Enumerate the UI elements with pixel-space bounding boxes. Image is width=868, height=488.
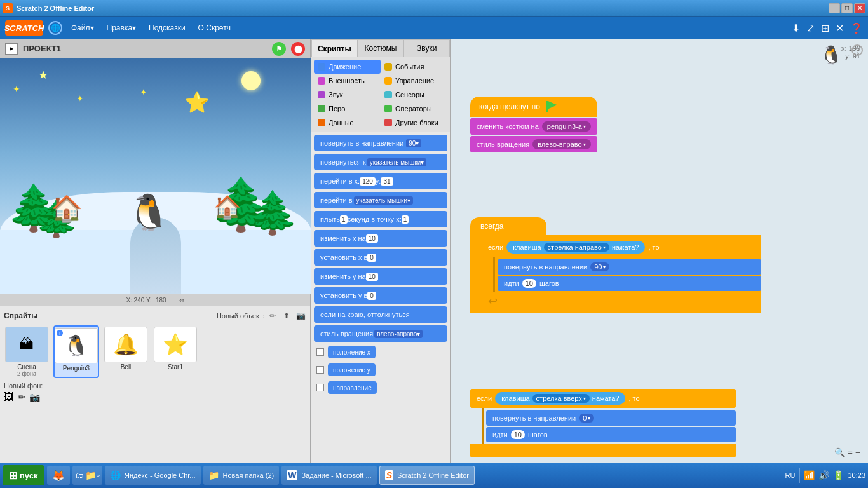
upload-sprite-button[interactable]: ⬆ [281,310,292,322]
key-right-dropdown[interactable]: стрелка направо ▾ [544,243,609,252]
turn-0-arrow[interactable]: ▾ [588,416,590,421]
script-1[interactable]: когда щелкнут по сменить костюм на pengu… [470,97,597,152]
move-10-block-1[interactable]: идти 10 шагов [498,276,761,291]
help-button[interactable]: ? [851,44,863,56]
move-val-1[interactable]: 10 [522,279,536,288]
turn-90-block[interactable]: повернуть в направлении 90 ▾ [498,259,761,274]
cat-events[interactable]: События [381,60,447,74]
titlebar-controls[interactable]: − □ ✕ [829,3,865,13]
cat-operators[interactable]: Операторы [381,102,447,116]
forever-block[interactable]: всегда [470,217,546,235]
zoom-magnify-button[interactable]: 🔍 [834,447,845,458]
edit-menu[interactable]: Правка▾ [103,22,140,34]
taskbar-folder[interactable]: 📁 Новая папка (2) [203,466,280,485]
costume-dropdown-arrow[interactable]: ▾ [583,124,586,130]
block-glide[interactable]: плыть 1 секунд в точку х: 1 [314,211,447,227]
start-button[interactable]: ⊞ пуск [3,465,44,485]
block-direction[interactable]: направление [328,381,377,394]
tips-menu[interactable]: Подсказки [145,22,189,34]
tab-costumes[interactable]: Костюмы [358,39,404,57]
when-flag-clicked-block[interactable]: когда щелкнут по [470,97,597,117]
costume-dropdown[interactable]: penguin3-a ▾ [542,121,591,132]
paint-sprite-button[interactable]: ✏ [267,310,278,322]
backdrop-camera-button[interactable]: 📷 [29,392,40,402]
cat-sound[interactable]: Звук [314,88,381,102]
block-change-x[interactable]: изменить х на 10 [314,230,447,247]
zoom-out-button[interactable]: − [855,447,860,458]
camera-sprite-button[interactable]: 📷 [295,310,306,322]
block-change-y[interactable]: изменить у на 10 [314,268,447,285]
stage-canvas[interactable]: ★ 🌲 🌲 🌲 🌲 🏠 🏠 🐧 ⭐ ✦ ✦ ✦ [0,58,311,294]
block-point-towards[interactable]: повернуться к указатель мышки▾ [314,154,447,170]
block-x-position-var[interactable]: положение х [314,344,447,360]
file-menu[interactable]: Файл▾ [67,22,98,34]
minimize-button[interactable]: − [829,3,840,13]
key-up-condition[interactable]: клавиша стрелка вверх ▾ нажата? [495,392,625,405]
tab-scripts[interactable]: Скрипты [311,39,358,57]
block-if-on-edge[interactable]: если на краю, оттолкнуться [314,306,447,323]
turn-90-arrow[interactable]: ▾ [603,264,606,270]
turn-0-dropdown[interactable]: 0 ▾ [579,414,594,423]
taskbar-firefox[interactable]: 🦊 [47,466,70,485]
scripts-area[interactable]: x: 199 y: 91 🐧 ? когда щелкнут по сменит… [451,39,868,463]
backdrop-edit-button[interactable]: ✏ [18,392,25,402]
block-turn-direction[interactable]: повернуть в направлении 90▾ [314,135,447,151]
turn-90-dropdown[interactable]: 90 ▾ [590,262,609,271]
key-up-arrow[interactable]: ▾ [583,396,586,402]
about-menu[interactable]: О Скретч [194,22,234,34]
block-go-to-xy[interactable]: перейти в х: 120 у: 31 [314,173,447,189]
sprite-item-star[interactable]: ⭐ Star1 [153,325,198,378]
sprite-item-penguin[interactable]: 🐧 i Penguin3 [53,325,99,378]
y-position-check[interactable] [316,366,324,374]
cat-data[interactable]: Данные [314,116,381,130]
cat-more-blocks[interactable]: Другие блоки [381,116,447,130]
cat-motion[interactable]: Движение [314,60,381,74]
rotation-dropdown-arrow[interactable]: ▾ [583,142,586,147]
download-icon[interactable]: ⬇ [792,22,800,34]
x-position-check[interactable] [316,348,324,356]
help-icon[interactable]: ❓ [850,22,863,34]
zoom-reset-button[interactable]: = [848,447,853,458]
direction-check[interactable] [316,384,324,391]
block-y-position[interactable]: положение у [328,363,376,376]
taskbar-chrome[interactable]: 🌐 Яндекс - Google Chr... [105,466,201,485]
sprite-item-bell[interactable]: 🔔 Bell [103,325,149,378]
rotation-dropdown[interactable]: влево-вправо ▾ [532,139,591,149]
sprite-item-scene[interactable]: 🏔 Сцена 2 фона [4,325,50,378]
key-right-arrow[interactable]: ▾ [603,245,606,250]
cat-looks[interactable]: Внешность [314,74,381,88]
cat-pen[interactable]: Перо [314,102,381,116]
if-up-arrow-block[interactable]: если клавиша стрелка вверх ▾ нажата? , т… [470,389,736,408]
block-rotation-style[interactable]: стиль вращения влево-вправо▾ [314,325,447,342]
block-set-x[interactable]: установить х в 0 [314,249,447,266]
cat-sensing[interactable]: Сенсоры [381,88,447,102]
block-y-position-var[interactable]: положение у [314,362,447,377]
expand-icon[interactable]: ⇔ [179,297,184,304]
resize-icon[interactable]: ⊞ [821,22,829,34]
tab-sounds[interactable]: Звуки [403,39,450,57]
block-set-y[interactable]: установить у в 0 [314,287,447,304]
block-x-position[interactable]: положение х [328,346,376,358]
if-right-arrow-block[interactable]: если клавиша стрелка направо ▾ нажата? ,… [482,238,761,257]
close-button[interactable]: ✕ [854,3,865,13]
turn-0-block[interactable]: повернуть в направлении 0 ▾ [486,410,736,426]
fullscreen-icon[interactable]: ⤢ [806,22,815,34]
close2-icon[interactable]: ✕ [836,22,844,34]
maximize-button[interactable]: □ [841,3,853,13]
block-direction-var[interactable]: направление [314,380,447,395]
key-up-dropdown[interactable]: стрелка вверх ▾ [532,394,590,403]
backdrop-paint-button[interactable]: 🖼 [4,391,14,403]
script-3[interactable]: если клавиша стрелка вверх ▾ нажата? , т… [470,389,736,458]
language-globe[interactable]: 🌐 [48,21,62,35]
block-go-to[interactable]: перейти в указатель мышки▾ [314,192,447,208]
cat-control[interactable]: Управление [381,74,447,88]
stop-button[interactable]: ⬤ [291,42,305,56]
taskbar-word[interactable]: W Задание - Microsoft ... [281,466,376,485]
taskbar-scratch[interactable]: S Scratch 2 Offline Editor [379,466,475,485]
taskbar-icons[interactable]: 🗂 📁 » [72,466,102,485]
rotation-style-block[interactable]: стиль вращения влево-вправо ▾ [470,136,597,152]
move-10-block-2[interactable]: идти 10 шагов [486,427,736,442]
script-2[interactable]: всегда если клавиша стрелка направо ▾ на… [470,217,761,313]
move-val-2[interactable]: 10 [511,430,525,439]
green-flag-button[interactable]: ⚑ [272,42,286,56]
